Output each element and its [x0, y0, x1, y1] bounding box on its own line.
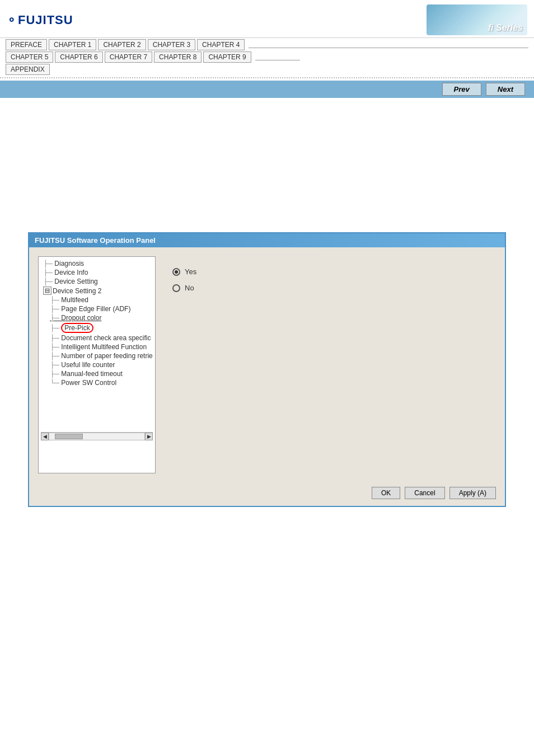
dialog-window: FUJITSU Software Operation Panel ├─ Diag…	[28, 232, 506, 507]
tree-expand-icon: ⊟	[43, 287, 51, 295]
tree-prefix: ├─	[43, 260, 53, 267]
nav-line-1	[249, 48, 528, 48]
scroll-thumb[interactable]	[55, 434, 83, 439]
tree-prefix: ├─	[50, 343, 59, 351]
prev-button[interactable]: Prev	[442, 83, 481, 96]
logo-icon: ⚬	[7, 13, 16, 27]
next-button[interactable]: Next	[486, 83, 525, 96]
header: ⚬ FUJITSU fi Series	[0, 0, 534, 38]
tree-item-page-edge-filler[interactable]: ├─ Page Edge Filler (ADF)	[41, 304, 153, 313]
nav-chapter6[interactable]: CHAPTER 6	[55, 51, 102, 63]
nav-line-2	[255, 60, 300, 60]
radio-group: Yes No	[172, 267, 479, 292]
nav-row-2: CHAPTER 5 CHAPTER 6 CHAPTER 7 CHAPTER 8 …	[6, 51, 528, 63]
tree-prefix: ├─	[50, 361, 59, 369]
dialog-body: ├─ Diagnosis ├─ Device Info ├─ Device Se…	[29, 247, 505, 482]
tree-item-pre-pick[interactable]: ├─ Pre-Pick	[41, 322, 153, 334]
tree-prefix: ├─	[50, 296, 59, 304]
nav-chapter8[interactable]: CHAPTER 8	[154, 51, 202, 63]
dialog-footer: OK Cancel Apply (A)	[29, 482, 505, 506]
radio-yes-dot[interactable]	[172, 268, 180, 276]
dialog-tree[interactable]: ├─ Diagnosis ├─ Device Info ├─ Device Se…	[38, 256, 156, 473]
nav-chapter3[interactable]: CHAPTER 3	[148, 39, 195, 50]
radio-no-dot[interactable]	[172, 284, 180, 292]
fi-series-label: fi Series	[488, 23, 523, 33]
tree-item-power-sw[interactable]: └─ Power SW Control	[41, 378, 153, 387]
nav-row-1: PREFACE CHAPTER 1 CHAPTER 2 CHAPTER 3 CH…	[6, 39, 528, 50]
tree-item-diagnosis[interactable]: ├─ Diagnosis	[41, 259, 153, 268]
tree-item-paper-feeding[interactable]: ├─ Number of paper feeding retrie	[41, 351, 153, 360]
content-spacer	[17, 109, 517, 221]
tree-prefix: ├─	[43, 269, 53, 276]
dialog-right-panel: Yes No	[156, 256, 496, 473]
tree-item-multifeed[interactable]: ├─ Multifeed	[41, 295, 153, 304]
tree-item-device-setting[interactable]: ├─ Device Setting	[41, 277, 153, 286]
nav-chapter1[interactable]: CHAPTER 1	[49, 39, 96, 50]
logo-text: FUJITSU	[18, 13, 73, 27]
scroll-left-arrow[interactable]: ◀	[41, 433, 49, 440]
tree-prefix: ├─	[50, 352, 59, 360]
tree-item-intelligent-multifeed[interactable]: ├─ Intelligent Multifeed Function	[41, 342, 153, 351]
radio-yes-label: Yes	[185, 267, 196, 276]
dotted-separator	[0, 77, 534, 78]
scroll-right-arrow[interactable]: ▶	[145, 433, 153, 440]
cancel-button[interactable]: Cancel	[405, 487, 444, 499]
prev-next-bar: Prev Next	[0, 81, 534, 98]
radio-yes[interactable]: Yes	[172, 267, 479, 276]
main-content: FUJITSU Software Operation Panel ├─ Diag…	[0, 98, 534, 529]
tree-prefix: ├─	[50, 314, 59, 322]
nav-appendix[interactable]: APPENDIX	[6, 64, 50, 75]
fi-series-banner: fi Series	[427, 4, 527, 35]
nav-wrapper: PREFACE CHAPTER 1 CHAPTER 2 CHAPTER 3 CH…	[0, 38, 534, 75]
nav-row-3: APPENDIX	[6, 64, 528, 75]
tree-item-useful-life[interactable]: ├─ Useful life counter	[41, 360, 153, 369]
tree-prefix: ├─	[43, 278, 53, 285]
nav-chapter2[interactable]: CHAPTER 2	[98, 39, 146, 50]
ok-button[interactable]: OK	[372, 487, 400, 499]
radio-no[interactable]: No	[172, 284, 479, 292]
nav-chapter9[interactable]: CHAPTER 9	[203, 51, 251, 63]
tree-item-dropout-color[interactable]: ├─ Dropout color	[41, 313, 153, 322]
tree-item-doc-check[interactable]: ├─ Document check area specific	[41, 334, 153, 342]
tree-prefix: ├─	[50, 370, 59, 378]
nav-chapter5[interactable]: CHAPTER 5	[6, 51, 53, 63]
radio-no-label: No	[185, 284, 194, 292]
tree-prefix: ├─	[50, 324, 59, 332]
fujitsu-logo: ⚬ FUJITSU	[7, 13, 73, 27]
nav-chapter7[interactable]: CHAPTER 7	[105, 51, 152, 63]
nav-preface[interactable]: PREFACE	[6, 39, 47, 50]
dialog-title: FUJITSU Software Operation Panel	[35, 236, 156, 245]
scroll-track[interactable]	[49, 433, 145, 440]
tree-item-device-info[interactable]: ├─ Device Info	[41, 268, 153, 277]
tree-prefix: ├─	[50, 305, 59, 313]
tree-item-manual-feed[interactable]: ├─ Manual-feed timeout	[41, 369, 153, 378]
tree-item-pre-pick-selected[interactable]: Pre-Pick	[61, 323, 93, 333]
dialog-titlebar: FUJITSU Software Operation Panel	[29, 233, 505, 247]
tree-prefix: ├─	[50, 334, 59, 342]
tree-prefix: └─	[50, 379, 59, 387]
tree-scrollbar-area: ◀ ▶	[41, 387, 153, 440]
apply-button[interactable]: Apply (A)	[449, 487, 496, 499]
nav-chapter4[interactable]: CHAPTER 4	[197, 39, 245, 50]
tree-hscrollbar[interactable]: ◀ ▶	[41, 432, 153, 440]
tree-item-device-setting2[interactable]: ⊟ Device Setting 2	[41, 286, 153, 295]
